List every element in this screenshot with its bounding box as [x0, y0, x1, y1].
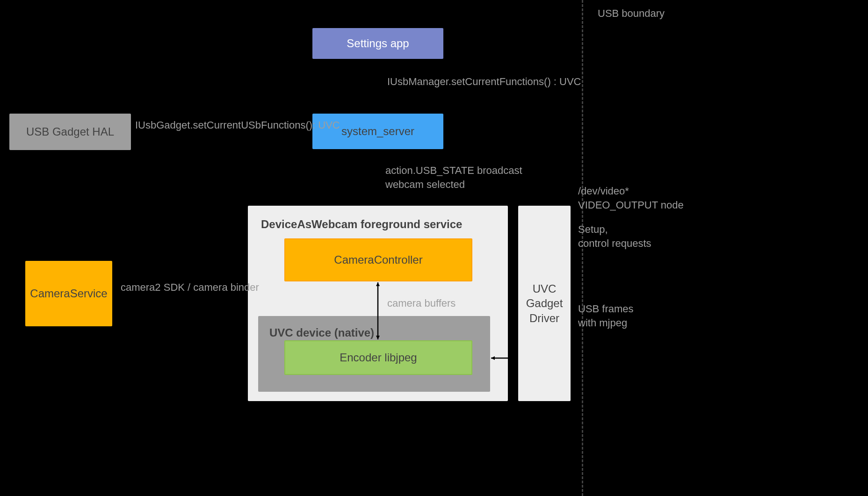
system-server-label: system_server	[341, 125, 414, 138]
settings-app-label: Settings app	[347, 37, 409, 50]
camera-controller-label: CameraController	[334, 253, 422, 266]
usb-frames-label: USB frames with mjpeg	[578, 302, 634, 330]
uvc-gadget-driver-box: UVC Gadget Driver	[518, 206, 571, 401]
usb-gadget-hal-label: USB Gadget HAL	[26, 125, 114, 138]
camera-service-box: CameraService	[25, 261, 112, 326]
encoder-libjpeg-label: Encoder libjpeg	[340, 351, 417, 364]
dawfs-title: DeviceAsWebcam foreground service	[261, 218, 462, 231]
camera-controller-box: CameraController	[284, 238, 472, 281]
iusbgadget-label: IUsbGadget.setCurrentUSbFunctions(): UVC	[135, 119, 340, 131]
camera-buffers-label: camera buffers	[387, 297, 456, 309]
dev-video-label: /dev/video* VIDEO_OUTPUT node	[578, 184, 684, 212]
usb-state-label: action.USB_STATE broadcast webcam select…	[385, 164, 522, 191]
camera-service-label: CameraService	[30, 287, 107, 300]
encoder-libjpeg-box: Encoder libjpeg	[284, 340, 472, 375]
usb-gadget-hal-box: USB Gadget HAL	[9, 114, 131, 150]
camera2-sdk-label: camera2 SDK / camera binder	[121, 281, 259, 294]
uvc-gadget-driver-label: UVC Gadget Driver	[526, 281, 563, 325]
settings-app-box: Settings app	[312, 28, 443, 59]
setup-control-label: Setup, control requests	[578, 223, 651, 250]
iusbmanager-label: IUsbManager.setCurrentFunctions() : UVC	[387, 76, 581, 88]
uvc-native-title: UVC device (native)	[269, 326, 374, 339]
usb-boundary-label: USB boundary	[598, 7, 665, 20]
